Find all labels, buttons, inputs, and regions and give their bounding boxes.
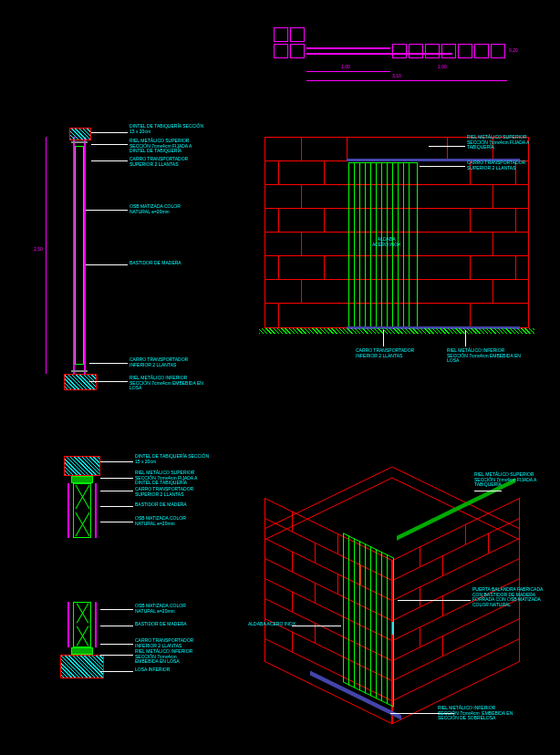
dT-l1: DINTEL DE TABIQUERÍA SECCIÓN 15 x 20cm	[135, 454, 209, 464]
section-height: 2,50	[34, 246, 43, 252]
secA-l1: DINTEL DE TABIQUERÍA SECCIÓN 15 x 20cm	[130, 124, 203, 134]
secA-l4: OSB MATIZADA COLOR NATURAL e=20mm	[130, 204, 181, 214]
dim-thickness: 0,20	[509, 47, 518, 53]
dB-l2: BASTIDOR DE MADERA	[135, 622, 187, 627]
dB-l3: CARRO TRANSPORTADOR INFERIOR 2 LLANTAS	[135, 638, 193, 648]
dT-l4: BASTIDOR DE MADERA	[135, 502, 187, 508]
dB-l1: OSB MATIZADA COLOR NATURAL e=20mm	[135, 604, 186, 614]
secA-l6: CARRO TRANSPORTADOR INFERIOR 2 LLANTAS	[130, 357, 188, 367]
isometric: RIEL METÁLICO SUPERIOR SECCIÓN 7cmx4cm F…	[255, 419, 547, 729]
dim-right: 2,00	[438, 64, 447, 69]
dB-l4: RIEL METÁLICO INFERIOR SECCIÓN 7cmx4cm E…	[135, 649, 192, 665]
secA-l7: RIEL METÁLICO INFERIOR SECCIÓN 7cmx4cm E…	[130, 376, 203, 391]
dT-l3: CARRO TRANSPORTADOR SUPERIOR 2 LLANTAS	[135, 487, 193, 497]
iso-l3: PUERTA BALANDRA FABRICADA CON BASTIDOR D…	[472, 587, 543, 607]
secA-l3: CARRO TRANSPORTADOR SUPERIOR 2 LLANTAS	[130, 157, 188, 167]
dB-l5: LOSA INFERIOR	[135, 667, 170, 673]
dim-opening: 1,00	[341, 64, 350, 69]
plan-view: 1,00 3,10 2,00 0,20	[274, 27, 511, 91]
elev-l3: ALDABA ACERO INOX	[372, 237, 400, 247]
iso-l4: RIEL METÁLICO INFERIOR SECCIÓN 7cmx4cm E…	[438, 706, 513, 721]
secA-l2: RIEL METÁLICO SUPERIOR SECCIÓN 7cmx4cm F…	[130, 139, 192, 154]
detail-bottom: OSB MATIZADA COLOR NATURAL e=20mm BASTID…	[64, 602, 228, 702]
detail-top: DINTEL DE TABIQUERÍA SECCIÓN 15 x 20cm R…	[64, 456, 228, 556]
section-a: 2,50 DINTEL DE TABIQUERÍA SECCIÓN 15 x 2…	[64, 128, 219, 401]
iso-l1: RIEL METÁLICO SUPERIOR SECCIÓN 7cmx4cm F…	[474, 472, 536, 488]
elev-l1: RIEL METÁLICO SUPERIOR SECCIÓN 7cmx4cm F…	[467, 135, 529, 150]
iso-l2: ALDABA ACERO INOX	[248, 622, 296, 627]
dT-l2: RIEL METÁLICO SUPERIOR SECCIÓN 7cmx4cm F…	[135, 471, 197, 486]
dim-overall: 3,10	[392, 73, 401, 78]
elev-l5: RIEL METÁLICO INFERIOR SECCIÓN 7cmx4cm E…	[447, 348, 521, 364]
secA-l5: BASTIDOR DE MADERA	[130, 261, 181, 266]
dT-l5: OSB MATIZADA COLOR NATURAL e=20mm	[135, 516, 186, 526]
elev-l2: CARRO TRANSPORTADOR SUPERIOR 2 LLANTAS	[467, 160, 525, 171]
elevation: RIEL METÁLICO SUPERIOR SECCIÓN 7cmx4cm F…	[264, 137, 538, 365]
elev-l4: CARRO TRANSPORTADOR INFERIOR 2 LLANTAS	[356, 348, 414, 358]
